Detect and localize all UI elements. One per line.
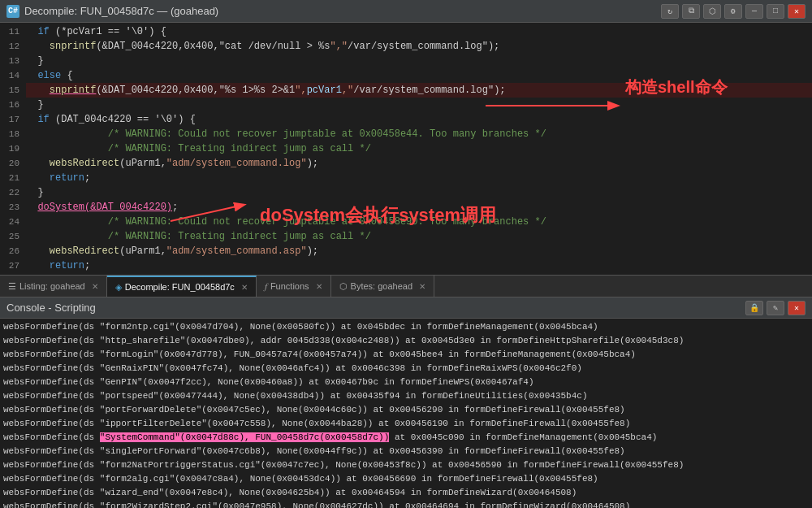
console-line: websFormDefine(ds "wizard_end"(0x0047e8c… bbox=[3, 486, 809, 500]
code-line-26: 26 websRedirect(uParm1,"adm/system_comma… bbox=[0, 244, 812, 258]
line-number: 24 bbox=[0, 215, 26, 229]
code-line-15: 15 snprintf(&DAT_004c4220,0x400,"%s 1>%s… bbox=[0, 83, 812, 98]
console-area: websFormDefine(ds "form2ntp.cgi"(0x0047d… bbox=[0, 319, 812, 508]
line-number: 13 bbox=[0, 54, 26, 68]
line-number: 14 bbox=[0, 68, 26, 83]
bytes-close[interactable]: ✕ bbox=[419, 282, 425, 291]
console-line: websFormDefine(ds "ipportFilterDelete"(0… bbox=[3, 417, 809, 431]
app-icon: C# bbox=[6, 5, 19, 18]
line-number: 17 bbox=[0, 112, 26, 127]
line-text: } bbox=[26, 54, 812, 68]
line-text: return; bbox=[26, 258, 812, 273]
code-line-20: 20 websRedirect(uParm1,"adm/system_comma… bbox=[0, 156, 812, 171]
line-number: 16 bbox=[0, 98, 26, 112]
console-line: websFormDefine(ds "portspeed"(0x00477444… bbox=[3, 389, 809, 403]
code-line-12: 12 snprintf(&DAT_004c4220,0x400,"cat /de… bbox=[0, 39, 812, 54]
console-line: websFormDefine(ds "formLogin"(0x0047d778… bbox=[3, 348, 809, 362]
line-number: 18 bbox=[0, 127, 26, 141]
tab-bar: ☰ Listing: goahead ✕ ◈ Decompile: FUN_00… bbox=[0, 275, 812, 297]
decompile-icon: ◈ bbox=[115, 282, 122, 293]
export-button[interactable]: ⬡ bbox=[703, 4, 721, 19]
line-text: doSystem(&DAT_004c4220); bbox=[26, 200, 812, 215]
code-area: 11 if (*pcVar1 == '\0') {12 snprintf(&DA… bbox=[0, 23, 812, 275]
tab-bytes[interactable]: ⬡ Bytes: goahead ✕ bbox=[331, 276, 434, 297]
tab-decompile[interactable]: ◈ Decompile: FUN_00458d7c ✕ bbox=[107, 276, 257, 297]
code-line-27: 27 return; bbox=[0, 258, 812, 273]
console-line: websFormDefine(ds "form2NatPortriggerSta… bbox=[3, 458, 809, 472]
line-text: websRedirect(uParm1,"adm/system_command.… bbox=[26, 156, 812, 171]
console-title: Console - Scripting bbox=[6, 302, 741, 314]
console-lock-button[interactable]: 🔒 bbox=[745, 301, 763, 315]
decompile-close[interactable]: ✕ bbox=[241, 283, 248, 292]
listing-icon: ☰ bbox=[8, 281, 16, 292]
line-number: 28 bbox=[0, 273, 26, 275]
console-edit-button[interactable]: ✎ bbox=[767, 301, 784, 315]
code-line-17: 17 if (DAT_004c4220 == '\0') { bbox=[0, 112, 812, 127]
line-number: 26 bbox=[0, 244, 26, 258]
line-text: websRedirect(uParm1,"adm/system_command.… bbox=[26, 244, 812, 258]
console-line: websFormDefine(ds "http_sharefile"(0x004… bbox=[3, 334, 809, 348]
line-text: if (DAT_004c4220 == '\0') { bbox=[26, 112, 812, 127]
line-text: /* WARNING: Could not recover jumptable … bbox=[26, 215, 812, 229]
console-line: websFormDefine(ds "singlePortForward"(0x… bbox=[3, 445, 809, 458]
code-line-14: 14 else { bbox=[0, 68, 812, 83]
code-line-16: 16 } bbox=[0, 98, 812, 112]
title-bar: C# Decompile: FUN_00458d7c — (goahead) ↻… bbox=[0, 0, 812, 23]
code-line-11: 11 if (*pcVar1 == '\0') { bbox=[0, 24, 812, 39]
tab-functions[interactable]: 𝑓 Functions ✕ bbox=[257, 276, 331, 297]
code-line-18: 18 /* WARNING: Could not recover jumptab… bbox=[0, 127, 812, 141]
line-text: } bbox=[26, 185, 812, 200]
line-text: else { bbox=[26, 68, 812, 83]
line-text: /* WARNING: Could not recover jumptable … bbox=[26, 127, 812, 141]
line-text: snprintf(&DAT_004c4220,0x400,"%s 1>%s 2>… bbox=[26, 83, 812, 98]
code-line-23: 23 doSystem(&DAT_004c4220); bbox=[0, 200, 812, 215]
line-number: 23 bbox=[0, 200, 26, 215]
line-number: 21 bbox=[0, 171, 26, 185]
listing-close[interactable]: ✕ bbox=[92, 282, 98, 291]
line-number: 25 bbox=[0, 229, 26, 244]
bytes-icon: ⬡ bbox=[339, 281, 348, 292]
line-number: 27 bbox=[0, 258, 26, 273]
code-line-24: 24 /* WARNING: Could not recover jumptab… bbox=[0, 215, 812, 229]
line-number: 12 bbox=[0, 39, 26, 54]
line-number: 15 bbox=[0, 83, 26, 98]
console-line: websFormDefine(ds "form2alg.cgi"(0x0047c… bbox=[3, 472, 809, 486]
line-text: } bbox=[26, 98, 812, 112]
line-text: if (*pcVar1 == '\0') { bbox=[26, 24, 812, 39]
console-line: websFormDefine(ds "GenRaixPIN"(0x0047fc7… bbox=[3, 362, 809, 376]
console-line: websFormDefine(ds "GenPIN"(0x0047f2cc), … bbox=[3, 376, 809, 389]
line-number: 20 bbox=[0, 156, 26, 171]
line-text: /* WARNING: Treating indirect jump as ca… bbox=[26, 229, 812, 244]
copy-button[interactable]: ⧉ bbox=[682, 4, 700, 19]
console-title-bar: Console - Scripting 🔒 ✎ ✕ bbox=[0, 297, 812, 319]
settings-button[interactable]: ⚙ bbox=[724, 4, 742, 19]
console-close-button[interactable]: ✕ bbox=[788, 301, 806, 315]
code-line-21: 21 return; bbox=[0, 171, 812, 185]
code-line-28: 28 } bbox=[0, 273, 812, 275]
line-number: 19 bbox=[0, 141, 26, 156]
line-text: snprintf(&DAT_004c4220,0x400,"cat /dev/n… bbox=[26, 39, 812, 54]
refresh-button[interactable]: ↻ bbox=[661, 4, 679, 19]
line-number: 11 bbox=[0, 24, 26, 39]
line-number: 22 bbox=[0, 185, 26, 200]
console-line: websFormDefine(ds "SystemCommand"(0x0047… bbox=[3, 431, 809, 445]
code-line-25: 25 /* WARNING: Treating indirect jump as… bbox=[0, 229, 812, 244]
line-text: /* WARNING: Treating indirect jump as ca… bbox=[26, 141, 812, 156]
code-line-19: 19 /* WARNING: Treating indirect jump as… bbox=[0, 141, 812, 156]
console-line: websFormDefine(ds "portForwardDelete"(0x… bbox=[3, 403, 809, 417]
line-text: } bbox=[26, 273, 812, 275]
minimize-button[interactable]: — bbox=[745, 4, 763, 19]
close-button[interactable]: ✕ bbox=[788, 4, 806, 19]
console-line: websFormDefine(ds "form2WizardStep2.cgi"… bbox=[3, 500, 809, 508]
console-line: websFormDefine(ds "form2ntp.cgi"(0x0047d… bbox=[3, 320, 809, 334]
code-line-22: 22 } bbox=[0, 185, 812, 200]
functions-close[interactable]: ✕ bbox=[316, 282, 322, 291]
maximize-button[interactable]: □ bbox=[767, 4, 784, 19]
functions-icon: 𝑓 bbox=[265, 281, 267, 292]
code-line-13: 13 } bbox=[0, 54, 812, 68]
window-title: Decompile: FUN_00458d7c — (goahead) bbox=[24, 5, 656, 17]
line-text: return; bbox=[26, 171, 812, 185]
tab-listing[interactable]: ☰ Listing: goahead ✕ bbox=[0, 276, 107, 297]
